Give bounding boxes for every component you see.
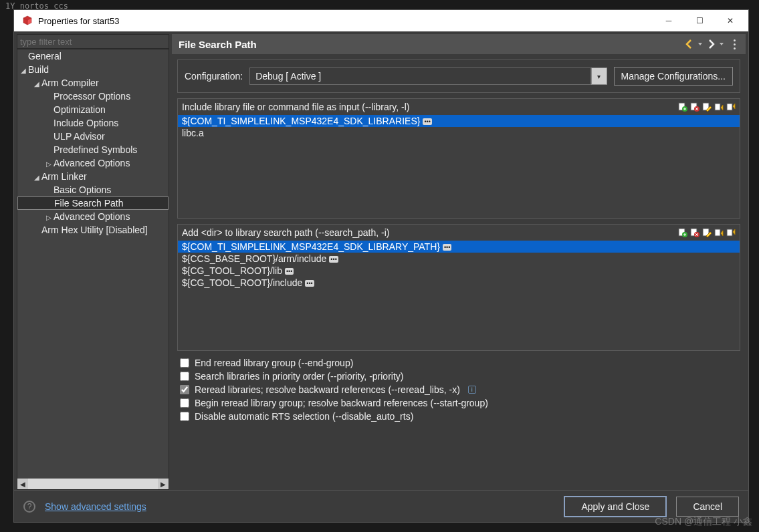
- svg-rect-9: [727, 104, 732, 110]
- list-item[interactable]: ${CCS_BASE_ROOT}/arm/include•••: [178, 253, 740, 265]
- svg-rect-16: [727, 229, 732, 236]
- nav-forward-menu-icon[interactable]: [719, 39, 724, 49]
- move-up-icon[interactable]: [714, 102, 724, 112]
- checkbox-label: Begin reread library group; resolve back…: [195, 398, 488, 408]
- chevron-down-icon[interactable]: ▾: [591, 68, 607, 85]
- checkbox-label: Reread libraries; resolve backward refer…: [195, 384, 460, 395]
- start-group-checkbox[interactable]: [180, 398, 189, 408]
- priority-checkbox[interactable]: [180, 372, 189, 381]
- list-item[interactable]: ${COM_TI_SIMPLELINK_MSP432E4_SDK_LIBRARI…: [178, 115, 740, 127]
- tree-build[interactable]: ◢Build: [17, 63, 169, 76]
- titlebar[interactable]: Properties for start53 ─ ☐ ✕: [14, 10, 748, 31]
- info-icon[interactable]: i: [468, 386, 476, 394]
- svg-rect-15: [715, 229, 720, 236]
- dialog-footer: ? Show advanced settings Apply and Close…: [14, 490, 748, 522]
- list-item[interactable]: ${CG_TOOL_ROOT}/lib•••: [178, 265, 740, 277]
- apply-close-button[interactable]: Apply and Close: [564, 496, 667, 517]
- delete-icon[interactable]: [690, 228, 699, 237]
- edit-icon[interactable]: [702, 102, 712, 112]
- nav-tree[interactable]: General ◢Build ◢Arm Compiler Processor O…: [17, 49, 169, 490]
- move-down-icon[interactable]: [726, 228, 736, 237]
- scroll-left-icon[interactable]: ◀: [17, 479, 28, 489]
- variable-tag-icon: •••: [443, 244, 451, 251]
- add-icon[interactable]: [678, 228, 687, 237]
- configuration-value: Debug [ Active ]: [249, 68, 590, 85]
- tree-general[interactable]: General: [17, 49, 169, 63]
- tree-hscrollbar[interactable]: ◀ ▶: [17, 479, 169, 489]
- window-title: Properties for start53: [38, 16, 119, 26]
- checkbox-label: Disable automatic RTS selection (--disab…: [195, 411, 413, 422]
- tree-expand-icon[interactable]: ▷: [45, 214, 52, 221]
- tree-expand-icon[interactable]: ▷: [45, 160, 52, 168]
- variable-tag-icon: •••: [305, 280, 314, 287]
- tree-arm-compiler[interactable]: ◢Arm Compiler: [17, 76, 169, 90]
- disable-auto-rts-checkbox[interactable]: [180, 412, 189, 421]
- tree-arm-hex-utility[interactable]: Arm Hex Utility [Disabled]: [17, 223, 169, 237]
- nav-forward-icon[interactable]: [706, 39, 716, 49]
- end-group-checkbox[interactable]: [180, 358, 189, 368]
- list-title: Include library file or command file as …: [182, 102, 410, 112]
- filter-input[interactable]: [17, 34, 169, 49]
- variable-tag-icon: •••: [423, 118, 431, 125]
- configuration-section: Configuration: Debug [ Active ] ▾ Manage…: [177, 59, 740, 93]
- tree-optimization[interactable]: Optimization: [17, 103, 169, 116]
- tree-basic-options[interactable]: Basic Options: [17, 183, 169, 196]
- move-up-icon[interactable]: [714, 228, 724, 237]
- configuration-select[interactable]: Debug [ Active ] ▾: [249, 68, 607, 85]
- move-down-icon[interactable]: [726, 102, 736, 112]
- configuration-label: Configuration:: [185, 71, 243, 82]
- help-icon[interactable]: ?: [23, 501, 35, 513]
- panel-header: File Search Path: [172, 34, 746, 54]
- properties-dialog: Properties for start53 ─ ☐ ✕ General ◢Bu…: [13, 9, 749, 523]
- reread-libs-checkbox[interactable]: [180, 385, 189, 394]
- list-item[interactable]: libc.a: [178, 127, 740, 139]
- app-icon: [22, 15, 33, 26]
- tree-collapse-icon[interactable]: ◢: [20, 67, 27, 74]
- edit-icon[interactable]: [702, 228, 712, 237]
- tree-arm-linker[interactable]: ◢Arm Linker: [17, 170, 169, 183]
- tree-collapse-icon[interactable]: ◢: [33, 80, 40, 88]
- tree-file-search-path[interactable]: File Search Path: [17, 196, 169, 210]
- nav-back-menu-icon[interactable]: [697, 39, 703, 49]
- main-panel: File Search Path Configuration: Debug [ …: [172, 34, 746, 490]
- variable-tag-icon: •••: [329, 256, 338, 263]
- page-title: File Search Path: [179, 39, 257, 50]
- options-checkboxes: End reread library group (--end-group) S…: [180, 356, 738, 423]
- scroll-right-icon[interactable]: ▶: [158, 479, 169, 489]
- nav-back-icon[interactable]: [684, 39, 695, 49]
- panel-menu-icon[interactable]: [730, 37, 739, 51]
- search-path-list: Add <dir> to library search path (--sear…: [177, 224, 740, 351]
- tree-collapse-icon[interactable]: ◢: [33, 174, 40, 181]
- tree-advanced-options-compiler[interactable]: ▷Advanced Options: [17, 156, 169, 170]
- tree-include-options[interactable]: Include Options: [17, 116, 169, 130]
- sidebar: General ◢Build ◢Arm Compiler Processor O…: [17, 34, 169, 490]
- checkbox-label: End reread library group (--end-group): [195, 358, 353, 368]
- manage-configurations-button[interactable]: Manage Configurations...: [614, 67, 733, 86]
- variable-tag-icon: •••: [285, 268, 294, 275]
- close-button[interactable]: ✕: [715, 11, 746, 31]
- tree-processor-options[interactable]: Processor Options: [17, 90, 169, 103]
- minimize-button[interactable]: ─: [653, 11, 684, 31]
- tree-predefined-symbols[interactable]: Predefined Symbols: [17, 143, 169, 156]
- cancel-button[interactable]: Cancel: [676, 497, 739, 517]
- checkbox-label: Search libraries in priority order (--pr…: [195, 371, 403, 382]
- add-icon[interactable]: [678, 102, 687, 112]
- tree-advanced-options-linker[interactable]: ▷Advanced Options: [17, 210, 169, 223]
- delete-icon[interactable]: [690, 102, 699, 112]
- show-advanced-link[interactable]: Show advanced settings: [45, 501, 146, 512]
- list-item[interactable]: ${CG_TOOL_ROOT}/include•••: [178, 277, 740, 289]
- library-files-list: Include library file or command file as …: [177, 98, 740, 219]
- maximize-button[interactable]: ☐: [684, 11, 715, 31]
- list-title: Add <dir> to library search path (--sear…: [182, 227, 389, 238]
- list-item[interactable]: ${COM_TI_SIMPLELINK_MSP432E4_SDK_LIBRARY…: [178, 241, 740, 253]
- svg-rect-8: [715, 104, 720, 110]
- tree-ulp-advisor[interactable]: ULP Advisor: [17, 130, 169, 143]
